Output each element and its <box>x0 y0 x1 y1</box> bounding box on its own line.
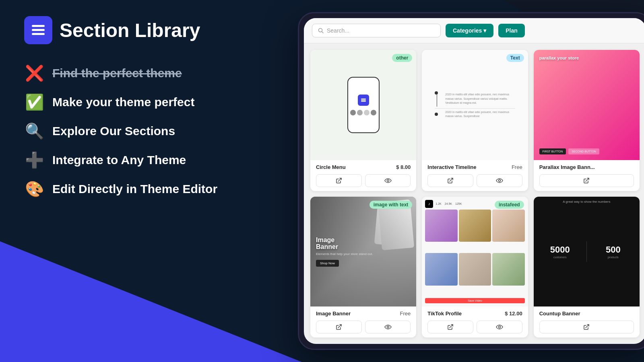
logo-row: Section Library <box>24 16 278 44</box>
card-title-countup: Countup Banner <box>539 311 580 317</box>
feature-emoji-0: ❌ <box>24 64 44 82</box>
tiktok-thumb-5 <box>459 253 491 285</box>
preview-btn-tiktok[interactable] <box>477 321 522 333</box>
card-image-timeline: Text 2020 in mattis elit vitae odio posu… <box>422 50 528 160</box>
countup-label-2: products <box>608 256 619 259</box>
search-bar[interactable]: Search... <box>312 24 441 37</box>
card-countup: A great way to show the numbers 5000 cus… <box>534 197 640 338</box>
tablet-frame: Search... Categories ▾ Plan other <box>298 12 644 350</box>
external-link-btn-parallax[interactable] <box>539 174 634 187</box>
card-actions-parallax <box>539 174 634 187</box>
card-title-row-countup: Countup Banner <box>539 311 634 317</box>
countup-label-1: customers <box>553 256 566 259</box>
feature-text-3: Integrate to Any Theme <box>52 153 186 167</box>
external-link-icon <box>336 177 342 184</box>
card-actions-tiktok <box>427 321 522 333</box>
banner-overlay: ImageBanner Elements that help your stor… <box>310 197 416 307</box>
svg-point-11 <box>498 326 500 328</box>
external-link-btn-circle-menu[interactable] <box>316 174 362 187</box>
card-image-circle-menu: other <box>310 50 416 160</box>
card-price-tiktok: $ 12.00 <box>505 311 522 317</box>
timeline-dot-1 <box>435 91 438 95</box>
card-actions-timeline <box>427 174 522 187</box>
right-panel: Search... Categories ▾ Plan other <box>298 12 644 350</box>
parallax-btn-first: FIRST BUTTON <box>539 148 566 154</box>
external-link-icon <box>447 177 454 184</box>
card-actions-image-banner <box>316 321 411 333</box>
card-footer-circle-menu: Circle Menu $ 8.00 <box>310 160 416 191</box>
card-footer-timeline: Interactive Timeline Free <box>422 160 528 191</box>
search-icon <box>318 28 324 33</box>
categories-button[interactable]: Categories ▾ <box>446 24 493 37</box>
card-actions-circle-menu <box>316 174 411 187</box>
countup-number-1: 5000 <box>550 245 570 255</box>
external-link-btn-timeline[interactable] <box>427 174 473 187</box>
badge-image-banner: image with text <box>369 201 413 209</box>
external-link-icon <box>336 324 342 330</box>
logo-svg <box>30 22 47 39</box>
tiktok-thumb-2 <box>459 210 491 242</box>
svg-rect-6 <box>361 100 366 101</box>
external-link-btn-countup[interactable] <box>539 321 634 333</box>
banner-subtitle: Elements that help your store stand out. <box>316 252 411 256</box>
card-parallax: parallax your store FIRST BUTTON SECOND … <box>534 50 640 191</box>
logo-text: Section Library <box>60 19 200 41</box>
preview-btn-circle-menu[interactable] <box>365 174 411 187</box>
timeline-divider <box>435 108 515 109</box>
card-title-row-tiktok: TikTok Profile $ 12.00 <box>427 311 522 317</box>
card-title-row-image-banner: Image Banner Free <box>316 311 411 317</box>
phone-circle-4 <box>371 110 376 115</box>
phone-circles <box>350 110 376 115</box>
card-image-image-banner: image with text ImageBanner Elements tha… <box>310 197 416 307</box>
card-interactive-timeline: Text 2020 in mattis elit vitae odio posu… <box>422 50 528 191</box>
card-footer-parallax: Parallax Image Bann... <box>534 160 640 191</box>
tiktok-thumb-1 <box>425 210 457 242</box>
tiktok-thumb-3 <box>492 210 524 242</box>
card-circle-menu: other <box>310 50 416 191</box>
svg-rect-5 <box>361 99 366 99</box>
svg-point-8 <box>387 179 389 181</box>
timeline-row-1: 2020 in mattis elit vitae odio posuere, … <box>435 91 515 107</box>
svg-rect-1 <box>32 29 45 31</box>
badge-timeline: Text <box>506 54 524 62</box>
feature-integrate: ➕ Integrate to Any Theme <box>24 151 278 169</box>
banner-shop-button: Shop Now <box>316 260 339 267</box>
external-link-icon <box>583 177 590 184</box>
preview-btn-image-banner[interactable] <box>365 321 411 333</box>
timeline-content: 2020 in mattis elit vitae odio posuere, … <box>427 87 523 123</box>
card-price-circle-menu: $ 8.00 <box>396 164 411 170</box>
svg-point-9 <box>498 179 500 181</box>
svg-line-4 <box>322 32 324 33</box>
countup-item-2: 500 products <box>587 241 640 262</box>
parallax-buttons: FIRST BUTTON SECOND BUTTON <box>539 148 599 154</box>
card-footer-tiktok: TikTok Profile $ 12.00 <box>422 306 528 337</box>
preview-btn-timeline[interactable] <box>477 174 522 187</box>
external-link-btn-image-banner[interactable] <box>316 321 362 333</box>
feature-text-0: Find the perfect theme <box>52 66 182 80</box>
countup-number-2: 500 <box>606 245 621 255</box>
card-title-row-circle-menu: Circle Menu $ 8.00 <box>316 164 411 170</box>
feature-emoji-3: ➕ <box>24 151 44 169</box>
card-title-image-banner: Image Banner <box>316 311 351 317</box>
card-footer-countup: Countup Banner <box>534 306 640 337</box>
feature-find-theme: ❌ Find the perfect theme <box>24 64 278 82</box>
banner-heading: ImageBanner <box>316 237 411 251</box>
timeline-vert-1 <box>437 95 437 107</box>
phone-mockup <box>347 77 380 133</box>
badge-tiktok: instafeed <box>495 201 524 209</box>
plan-button[interactable]: Plan <box>498 24 525 37</box>
phone-circle-2 <box>357 110 363 115</box>
card-image-tiktok: instafeed ♪ 1.2K 24.5K 125K <box>422 197 528 307</box>
badge-circle-menu: other <box>392 54 412 62</box>
categories-label: Categories ▾ <box>453 27 486 34</box>
feature-text-4: Edit Directly in Theme Editor <box>52 182 217 196</box>
timeline-dot-2 <box>435 113 438 116</box>
external-link-icon <box>447 324 454 330</box>
card-image-countup: A great way to show the numbers 5000 cus… <box>534 197 640 307</box>
eye-icon <box>384 178 392 183</box>
left-panel: Section Library ❌ Find the perfect theme… <box>0 0 302 362</box>
external-link-btn-tiktok[interactable] <box>427 321 473 333</box>
svg-rect-2 <box>32 33 45 35</box>
cards-grid: other <box>304 43 644 344</box>
card-title-parallax: Parallax Image Bann... <box>539 164 595 170</box>
